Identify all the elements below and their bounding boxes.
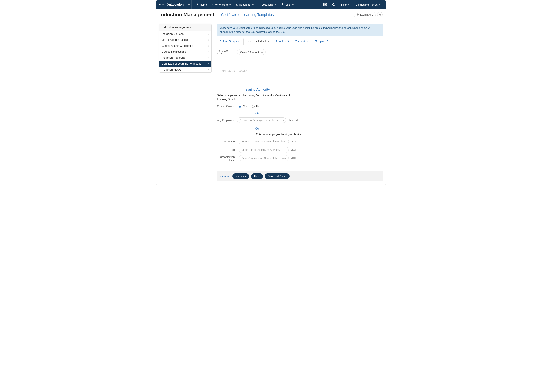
chevron-down-icon bbox=[275, 4, 276, 5]
nav-reporting-label: Reporting bbox=[239, 3, 250, 6]
previous-button[interactable]: Previous bbox=[233, 174, 249, 179]
nav-locations-label: Locations bbox=[262, 3, 273, 6]
side-nav: Induction Management Induction Courses ›… bbox=[159, 24, 212, 73]
org-name-label: Organization Name bbox=[217, 155, 237, 162]
tab-default-template[interactable]: Default Template bbox=[217, 38, 243, 45]
info-icon: i bbox=[357, 13, 359, 16]
employee-select[interactable]: Search an Employee to be the Issuing A… … bbox=[237, 117, 286, 123]
org-name-clear[interactable]: Clear bbox=[291, 157, 296, 159]
info-banner: Customize your Certificate of Learnings … bbox=[217, 24, 383, 36]
tab-template-4[interactable]: Template 4 bbox=[293, 38, 311, 45]
nav-locations[interactable]: Locations bbox=[256, 0, 278, 9]
sidenav-item-induction-courses[interactable]: Induction Courses › bbox=[159, 31, 211, 37]
chevron-right-icon: › bbox=[208, 50, 209, 53]
course-owner-label: Course Owner bbox=[217, 105, 234, 108]
top-navbar: mrı OnLocation Home My Visitors Reportin… bbox=[156, 0, 386, 9]
sidenav-item-course-assets-categories[interactable]: Course Assets Categories › bbox=[159, 43, 211, 49]
title-clear[interactable]: Clear bbox=[291, 149, 296, 151]
learn-more-label: Learn More bbox=[360, 13, 373, 16]
preview-link[interactable]: Preview bbox=[220, 174, 229, 178]
nav-home[interactable]: Home bbox=[194, 0, 209, 9]
brand[interactable]: mrı OnLocation bbox=[159, 3, 184, 6]
nav-home-label: Home bbox=[200, 3, 207, 6]
home-icon bbox=[196, 3, 199, 6]
course-owner-yes-radio[interactable] bbox=[239, 105, 241, 108]
brand-logo-icon: mrı bbox=[159, 3, 165, 6]
star-icon bbox=[379, 13, 381, 16]
sidenav-item-course-notifications[interactable]: Course Notifications › bbox=[159, 49, 211, 55]
tab-template-3[interactable]: Template 3 bbox=[273, 38, 292, 45]
template-tabs: Default Template Covid-19 induction Temp… bbox=[217, 38, 383, 45]
svg-text:r: r bbox=[162, 3, 163, 6]
chevron-down-icon bbox=[379, 4, 380, 5]
sidenav-item-label: Online Course Assets bbox=[162, 38, 188, 41]
nav-help[interactable]: Help bbox=[339, 0, 352, 9]
or-label: Or bbox=[255, 127, 259, 131]
nav-user-label: Clementine Herron bbox=[356, 3, 378, 6]
page-subtitle: Certificate of Learning Templates bbox=[221, 13, 274, 17]
nav-visitors[interactable]: My Visitors bbox=[209, 0, 233, 9]
issuing-authority-divider: Issuing Authority bbox=[217, 87, 297, 91]
nav-user-menu[interactable]: Clementine Herron bbox=[353, 0, 383, 9]
next-button[interactable]: Next bbox=[251, 174, 263, 179]
title-input[interactable] bbox=[239, 147, 289, 153]
dropdown-icon: ▾ bbox=[283, 119, 284, 121]
any-employee-label: Any Employee bbox=[217, 119, 234, 121]
tab-covid19-induction[interactable]: Covid-19 induction bbox=[244, 38, 272, 45]
star-icon bbox=[332, 3, 336, 7]
page-subheader: Induction Management Certificate of Lear… bbox=[156, 9, 386, 21]
sidenav-item-label: Induction Kiosks bbox=[162, 68, 181, 71]
svg-point-4 bbox=[212, 4, 213, 4]
upload-logo-label: UPLOAD LOGO bbox=[220, 69, 247, 73]
svg-text:m: m bbox=[159, 3, 161, 6]
course-owner-no[interactable]: No bbox=[251, 105, 260, 108]
full-name-clear[interactable]: Clear bbox=[291, 140, 296, 143]
sidenav-item-induction-kiosks[interactable]: Induction Kiosks › bbox=[159, 66, 211, 72]
tab-template-5[interactable]: Template 5 bbox=[312, 38, 331, 45]
title-label: Title bbox=[217, 148, 237, 151]
course-owner-yes[interactable]: Yes bbox=[238, 105, 247, 108]
nav-tools[interactable]: Tools bbox=[279, 0, 296, 9]
or-divider-1: Or bbox=[217, 111, 297, 115]
issuing-authority-title: Issuing Authority bbox=[245, 87, 270, 91]
employee-select-placeholder: Search an Employee to be the Issuing A… bbox=[240, 119, 286, 121]
save-close-button[interactable]: Save and Close bbox=[265, 174, 290, 179]
nav-mail-button[interactable] bbox=[321, 0, 329, 9]
nav-star-button[interactable] bbox=[330, 0, 337, 9]
sidenav-item-online-course-assets[interactable]: Online Course Assets › bbox=[159, 37, 211, 43]
learn-more-button[interactable]: i Learn More bbox=[354, 12, 376, 17]
issuing-authority-desc: Select one person as the Issuing Authori… bbox=[217, 94, 295, 102]
svg-text:ı: ı bbox=[163, 3, 164, 6]
sidenav-item-certificate-templates[interactable]: Certificate of Learning Templates › bbox=[159, 60, 211, 66]
chevron-right-icon: › bbox=[208, 38, 209, 41]
favorite-button[interactable] bbox=[377, 12, 383, 17]
user-icon bbox=[211, 3, 214, 6]
page-title: Induction Management bbox=[159, 12, 214, 17]
template-name-field[interactable]: Covid-19 induction bbox=[237, 49, 266, 55]
chart-icon bbox=[235, 3, 238, 6]
nav-reporting[interactable]: Reporting bbox=[233, 0, 256, 9]
sidenav-item-label: Course Assets Categories bbox=[162, 44, 193, 47]
or-divider-2: Or bbox=[217, 127, 297, 131]
nav-visitors-label: My Visitors bbox=[215, 3, 228, 6]
brand-switcher[interactable] bbox=[186, 0, 192, 9]
wrench-icon bbox=[281, 3, 283, 6]
sidenav-item-induction-reporting[interactable]: Induction Reporting › bbox=[159, 55, 211, 60]
full-name-label: Full Name bbox=[217, 140, 237, 143]
chevron-right-icon: › bbox=[208, 44, 209, 47]
chevron-right-icon: › bbox=[208, 32, 209, 35]
mail-icon bbox=[323, 3, 327, 7]
chevron-right-icon: › bbox=[208, 56, 209, 59]
upload-logo-box[interactable]: UPLOAD LOGO bbox=[217, 58, 250, 83]
sidenav-item-label: Induction Courses bbox=[162, 32, 184, 35]
org-name-input[interactable] bbox=[239, 155, 289, 161]
non-employee-header: Enter non-employee Issuing Authority bbox=[217, 133, 340, 136]
full-name-input[interactable] bbox=[239, 139, 289, 144]
employee-learn-more-link[interactable]: Learn More bbox=[289, 119, 301, 121]
chevron-right-icon: › bbox=[208, 68, 209, 71]
template-name-label: Template Name bbox=[217, 49, 234, 55]
course-owner-no-radio[interactable] bbox=[252, 105, 255, 108]
footer-bar: Preview Previous Next Save and Close bbox=[217, 171, 383, 181]
nav-links: Home My Visitors Reporting Locations bbox=[194, 0, 296, 9]
locations-icon bbox=[258, 3, 261, 6]
